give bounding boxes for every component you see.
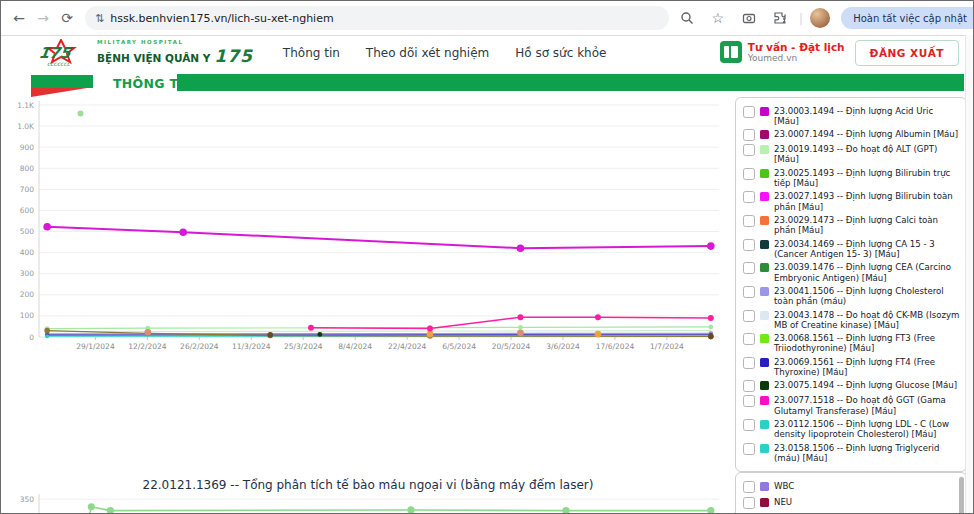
legend-item[interactable]: 23.0034.1469 -- Định lượng CA 15 - 3 (Ca… [743, 237, 960, 261]
data-point [517, 329, 524, 336]
y-axis-label: 300 [20, 269, 35, 278]
x-axis-label: 20/5/2024 [492, 342, 531, 351]
legend-item[interactable]: 23.0029.1473 -- Định lượng Calci toàn ph… [743, 214, 960, 238]
data-point [427, 331, 434, 338]
data-point [144, 329, 151, 336]
legend-checkbox[interactable] [743, 286, 755, 298]
y-axis-label: 400 [20, 248, 35, 257]
legend-label: WBC [774, 481, 794, 491]
legend-checkbox[interactable] [743, 168, 755, 180]
logout-button[interactable]: ĐĂNG XUẤT [855, 40, 959, 66]
legend-checkbox[interactable] [743, 191, 755, 203]
data-point [708, 315, 714, 321]
y-axis-label: 200 [20, 290, 35, 299]
legend-checkbox[interactable] [743, 497, 755, 509]
address-bar[interactable]: ⇅ hssk.benhvien175.vn/lich-su-xet-nghiem [85, 6, 669, 30]
y-axis-label: 600 [20, 206, 35, 215]
tab-switch-icon[interactable]: ⇅ [95, 12, 104, 25]
legend-item[interactable]: 23.0075.1494 -- Định lượng Glucose [Máu] [743, 379, 960, 394]
legend-scrollbar-thumb[interactable] [959, 477, 964, 514]
legend-checkbox[interactable] [743, 144, 755, 156]
legend-checkbox[interactable] [743, 380, 755, 392]
youmed-line1: Tư vấn - Đặt lịch [748, 41, 845, 54]
legend-checkbox[interactable] [743, 419, 755, 431]
legend-item[interactable]: 23.0025.1493 -- Định lượng Bilirubin trự… [743, 166, 960, 190]
legend-item[interactable]: 23.0007.1494 -- Định lượng Albumin [Máu] [743, 128, 960, 143]
url-text[interactable]: hssk.benhvien175.vn/lich-su-xet-nghiem [110, 12, 333, 25]
sync-status-chip[interactable]: Hoàn tất việc cập nhật [841, 7, 973, 29]
legend-checkbox[interactable] [743, 129, 755, 141]
legend-item[interactable]: 23.0069.1561 -- Định lượng FT4 (Free Thy… [743, 355, 960, 379]
legend-swatch [760, 107, 769, 116]
chart1-canvas: 01002003004005006007008009001.0K1.1K29/1… [9, 97, 727, 351]
series-line-magenta-main [47, 227, 711, 249]
legend-item[interactable]: NEU [743, 495, 960, 511]
chart2-canvas: 350300250200150 [9, 494, 727, 514]
legend-item[interactable]: 23.0027.1493 -- Định lượng Bilirubin toà… [743, 190, 960, 214]
data-point [179, 228, 187, 236]
reload-icon[interactable]: ⟳ [55, 6, 79, 30]
forward-icon[interactable]: → [31, 6, 55, 30]
legend-checkbox[interactable] [743, 357, 755, 369]
brand-line1: MILITARY HOSPITAL [97, 40, 253, 46]
legend-label: 23.0019.1493 -- Đo hoạt độ ALT (GPT) [Má… [774, 144, 960, 165]
y-axis-label: 100 [20, 311, 35, 320]
legend-swatch [760, 130, 769, 139]
nav-item[interactable]: Theo dõi xét nghiệm [366, 46, 489, 60]
zoom-search-icon[interactable] [675, 6, 699, 30]
header-right: Tư vấn - Đặt lịch Youmed.vn ĐĂNG XUẤT [720, 40, 963, 66]
legend-item[interactable]: 23.0019.1493 -- Đo hoạt độ ALT (GPT) [Má… [743, 143, 960, 167]
x-axis-label: 22/4/2024 [388, 342, 427, 351]
hospital-logo[interactable]: 175 ccccccc [33, 39, 89, 67]
legend-checkbox[interactable] [743, 395, 755, 407]
screenshot-icon[interactable] [737, 6, 761, 30]
legend-label: NEU [774, 497, 792, 507]
legend-checkbox[interactable] [743, 333, 755, 345]
nav-item[interactable]: Hồ sơ sức khỏe [515, 46, 606, 60]
legend-item[interactable]: 23.0077.1518 -- Đo hoạt độ GGT (Gama Glu… [743, 394, 960, 418]
x-axis-label: 29/1/2024 [76, 342, 115, 351]
x-axis-label: 17/6/2024 [596, 342, 635, 351]
charts-container: 01002003004005006007008009001.0K1.1K29/1… [1, 97, 973, 514]
legend-label: 23.0025.1493 -- Định lượng Bilirubin trự… [774, 168, 960, 189]
legend-item[interactable]: 23.0112.1506 -- Định lượng LDL - C (Low … [743, 418, 960, 442]
bookmark-star-icon[interactable]: ☆ [706, 6, 730, 30]
legend-label: 23.0068.1561 -- Định lượng FT3 (Free Tri… [774, 333, 960, 354]
legend-item[interactable]: 23.0039.1476 -- Định lượng CEA (Carcino … [743, 261, 960, 285]
legend-item[interactable]: WBC [743, 479, 960, 495]
legend-checkbox[interactable] [743, 106, 755, 118]
legend-swatch [760, 192, 769, 201]
profile-avatar[interactable] [810, 8, 830, 28]
legend-item[interactable]: 23.0003.1494 -- Định lượng Acid Uric [Má… [743, 104, 960, 128]
data-point [77, 110, 83, 116]
legend-swatch [760, 444, 769, 453]
svg-text:ccccccc: ccccccc [47, 60, 71, 67]
legend-checkbox[interactable] [743, 481, 755, 493]
data-point [317, 332, 322, 337]
legend-swatch [760, 498, 769, 507]
back-icon[interactable]: ← [7, 6, 31, 30]
legend-item[interactable]: 23.0158.1506 -- Định lượng Triglycerid (… [743, 441, 960, 465]
legend-checkbox[interactable] [743, 262, 755, 274]
browser-toolbar: ← → ⟳ ⇅ hssk.benhvien175.vn/lich-su-xet-… [1, 1, 973, 36]
data-point [45, 334, 49, 338]
data-point [107, 507, 114, 514]
banner-green-bar [177, 74, 964, 91]
legend-item[interactable]: 23.0043.1478 -- Đo hoạt độ CK-MB (Isozym… [743, 308, 960, 332]
extensions-icon[interactable] [768, 6, 792, 30]
x-axis-label: 11/3/2024 [232, 342, 271, 351]
legend-checkbox[interactable] [743, 310, 755, 322]
legend-item[interactable]: 23.0068.1561 -- Định lượng FT3 (Free Tri… [743, 332, 960, 356]
x-axis-label: 8/4/2024 [338, 342, 372, 351]
legend-checkbox[interactable] [743, 215, 755, 227]
legend-swatch [760, 145, 769, 154]
nav-item[interactable]: Thông tin [283, 46, 340, 60]
legend-item[interactable]: 23.0041.1506 -- Định lượng Cholesterol t… [743, 284, 960, 308]
youmed-booking-link[interactable]: Tư vấn - Đặt lịch Youmed.vn [720, 41, 845, 64]
legend-checkbox[interactable] [743, 239, 755, 251]
data-point [43, 223, 51, 231]
legend-checkbox[interactable] [743, 443, 755, 455]
legend-swatch [760, 482, 769, 491]
y-axis-label: 500 [20, 227, 35, 236]
page-scrollbar[interactable] [965, 35, 973, 513]
